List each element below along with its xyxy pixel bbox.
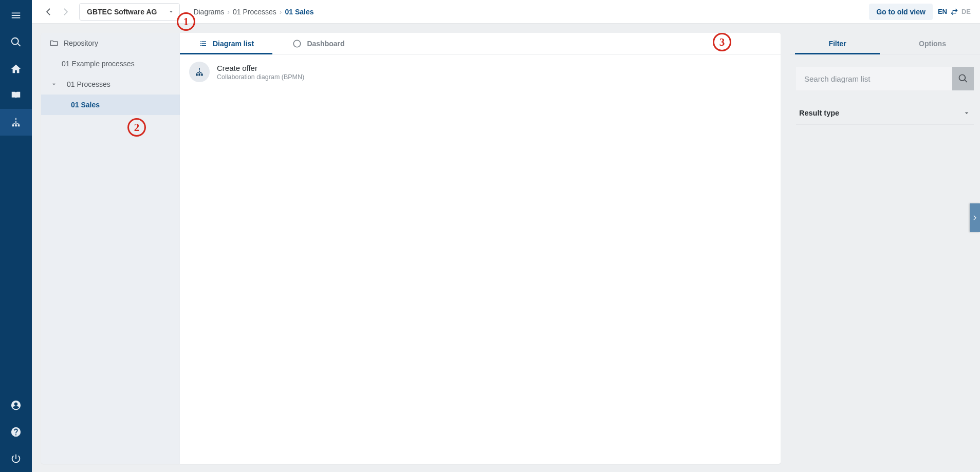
diagram-subtitle: Collaboration diagram (BPMN): [217, 73, 304, 81]
workspace-name: GBTEC Software AG: [87, 8, 157, 16]
tab-options[interactable]: Options: [885, 33, 980, 54]
forward-button[interactable]: [59, 5, 73, 19]
filter-section-label: Result type: [799, 109, 839, 117]
tree-item-label: 01 Processes: [67, 80, 110, 88]
chevron-down-icon: [50, 81, 58, 88]
expand-right-panel-button[interactable]: [970, 203, 980, 232]
book-icon[interactable]: [0, 82, 32, 109]
breadcrumb: Diagrams › 01 Processes › 01 Sales: [193, 8, 313, 16]
folder-icon: [49, 39, 59, 48]
tree-item-processes[interactable]: 01 Processes: [41, 74, 180, 95]
tab-label: Filter: [828, 40, 846, 48]
center-tabs: Diagram list Dashboard: [180, 33, 781, 54]
help-icon[interactable]: [0, 419, 32, 445]
workspace-selector[interactable]: GBTEC Software AG: [79, 3, 180, 21]
search-icon[interactable]: [0, 29, 32, 55]
chevron-down-icon: [168, 9, 174, 15]
center-panel: Diagram list Dashboard Create offer Coll…: [180, 33, 781, 464]
dashboard-icon: [292, 39, 302, 48]
breadcrumb-sep: ›: [280, 8, 282, 16]
go-to-old-view-button[interactable]: Go to old view: [869, 4, 933, 20]
filter-tabs: Filter Options: [790, 33, 980, 54]
tab-label: Dashboard: [307, 40, 344, 48]
diagram-list-item[interactable]: Create offer Collaboration diagram (BPMN…: [180, 54, 781, 89]
chevron-right-icon: [971, 214, 978, 221]
search-bar: [796, 67, 974, 90]
tab-label: Diagram list: [213, 40, 254, 48]
filter-panel: Filter Options Result type: [790, 33, 980, 464]
tab-diagram-list[interactable]: Diagram list: [180, 33, 272, 54]
user-icon[interactable]: [0, 392, 32, 419]
lang-en[interactable]: EN: [938, 8, 947, 15]
tree-root[interactable]: Repository: [41, 33, 180, 53]
breadcrumb-sep: ›: [227, 8, 230, 16]
search-button[interactable]: [952, 67, 974, 90]
tab-label: Options: [919, 40, 946, 48]
lang-de[interactable]: DE: [961, 8, 971, 15]
tree-root-label: Repository: [64, 39, 98, 47]
diagram-type-icon: [189, 62, 210, 82]
search-input[interactable]: [796, 67, 952, 90]
breadcrumb-sales[interactable]: 01 Sales: [285, 8, 313, 16]
tree-item-sales[interactable]: 01 Sales: [41, 95, 180, 115]
tab-dashboard[interactable]: Dashboard: [272, 33, 365, 54]
power-icon[interactable]: [0, 445, 32, 472]
diagram-title: Create offer: [217, 64, 304, 72]
left-nav-rail: [0, 0, 32, 472]
hierarchy-icon[interactable]: [0, 109, 32, 136]
tree-item-label: 01 Sales: [71, 101, 100, 109]
filter-section-result-type[interactable]: Result type: [796, 109, 974, 125]
search-icon: [958, 73, 968, 84]
tree-item-example-processes[interactable]: 01 Example processes: [41, 53, 180, 74]
tab-filter[interactable]: Filter: [790, 33, 885, 54]
language-switch: EN DE: [938, 8, 971, 16]
tree-item-label: 01 Example processes: [62, 60, 135, 68]
menu-icon[interactable]: [0, 2, 32, 29]
swap-icon[interactable]: [950, 8, 958, 16]
topbar: GBTEC Software AG Diagrams › 01 Processe…: [32, 0, 980, 24]
back-button[interactable]: [41, 5, 56, 19]
home-icon[interactable]: [0, 55, 32, 82]
chevron-down-icon: [963, 109, 971, 117]
breadcrumb-diagrams[interactable]: Diagrams: [193, 8, 224, 16]
repository-tree: Repository 01 Example processes 01 Proce…: [41, 33, 180, 464]
breadcrumb-processes[interactable]: 01 Processes: [233, 8, 276, 16]
list-icon: [198, 39, 208, 48]
